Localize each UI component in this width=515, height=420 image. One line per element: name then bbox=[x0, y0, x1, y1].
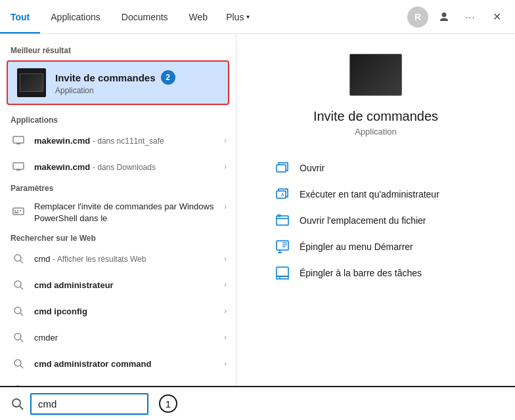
tab-applications[interactable]: Applications bbox=[40, 0, 111, 33]
list-item[interactable]: cmder › bbox=[0, 324, 236, 350]
chevron-right-icon: › bbox=[224, 136, 227, 145]
badge-1: 1 bbox=[159, 394, 177, 413]
list-item[interactable]: cmdp › bbox=[0, 377, 236, 386]
svg-rect-5 bbox=[14, 210, 16, 211]
cmd-thumbnail bbox=[20, 74, 43, 92]
svg-rect-32 bbox=[277, 267, 288, 276]
svg-rect-0 bbox=[13, 136, 24, 143]
chevron-right-icon: › bbox=[224, 306, 227, 316]
chevron-right-icon: › bbox=[224, 385, 227, 386]
web-item-6-text: cmdp bbox=[34, 385, 221, 386]
web-section-label: Rechercher sur le Web bbox=[0, 230, 236, 245]
person-icon-btn[interactable] bbox=[434, 7, 455, 28]
chevron-right-icon: › bbox=[224, 359, 227, 368]
svg-rect-6 bbox=[17, 210, 18, 211]
ouvrir-icon bbox=[275, 160, 290, 176]
search-icon-svg bbox=[13, 306, 24, 316]
main-content: Meilleur résultat Invite de commandes 2 … bbox=[0, 34, 515, 386]
keyboard-icon bbox=[12, 205, 24, 217]
svg-point-17 bbox=[14, 360, 21, 366]
nav-right: R ··· ✕ bbox=[407, 0, 515, 33]
app-item-2-text: makewin.cmd - dans Downloads bbox=[34, 162, 221, 172]
web-item-4-text: cmder bbox=[34, 333, 221, 343]
tab-web-label: Web bbox=[189, 12, 208, 22]
more-dots-icon: ··· bbox=[466, 12, 476, 22]
avatar[interactable]: R bbox=[407, 7, 428, 28]
app-item-1-text: makewin.cmd - dans nc111nt_safe bbox=[34, 136, 221, 146]
ouvrir-emplacement-icon bbox=[275, 213, 290, 228]
monitor-icon bbox=[12, 162, 24, 171]
search-bar: 1 bbox=[0, 386, 515, 420]
param-item-text: Remplacer l'invite de commandes par Wind… bbox=[34, 201, 221, 224]
svg-line-12 bbox=[20, 287, 23, 289]
settings-icon bbox=[9, 202, 28, 220]
epingler-barre-icon bbox=[275, 265, 290, 281]
search-bar-icon bbox=[11, 397, 24, 410]
action-ouvrir[interactable]: Ouvrir bbox=[271, 155, 481, 181]
apps-section-label: Applications bbox=[0, 112, 236, 127]
exec-admin-icon: A bbox=[275, 186, 290, 202]
svg-rect-3 bbox=[16, 169, 20, 171]
tab-plus[interactable]: Plus ▾ bbox=[218, 0, 258, 33]
list-item[interactable]: makewin.cmd - dans Downloads › bbox=[0, 154, 236, 180]
epingler-menu-icon bbox=[275, 239, 290, 255]
list-item[interactable]: cmd ipconfig › bbox=[0, 298, 236, 324]
list-item[interactable]: cmd administrator command › bbox=[0, 350, 236, 377]
tab-plus-label: Plus bbox=[226, 12, 244, 22]
list-item[interactable]: Remplacer l'invite de commandes par Wind… bbox=[0, 196, 236, 230]
right-panel: Invite de commandes Application Ouvrir bbox=[236, 34, 515, 386]
svg-text:A: A bbox=[281, 192, 284, 197]
svg-point-15 bbox=[14, 333, 21, 340]
svg-line-18 bbox=[20, 366, 23, 368]
action-ouvrir-emplacement[interactable]: Ouvrir l'emplacement du fichier bbox=[271, 207, 481, 234]
svg-rect-33 bbox=[277, 276, 288, 279]
app-icon-2 bbox=[9, 158, 28, 176]
svg-rect-24 bbox=[277, 216, 288, 225]
web-item-5-text: cmd administrator command bbox=[34, 359, 221, 369]
list-item[interactable]: makewin.cmd - dans nc111nt_safe › bbox=[0, 127, 236, 154]
svg-rect-8 bbox=[14, 212, 18, 213]
epingler-barre-label: Épingler à la barre des tâches bbox=[300, 268, 422, 278]
svg-point-9 bbox=[14, 255, 21, 261]
right-app-icon bbox=[349, 54, 402, 96]
action-epingler-barre[interactable]: Épingler à la barre des tâches bbox=[271, 260, 481, 286]
right-app-sub: Application bbox=[355, 127, 397, 136]
close-button[interactable]: ✕ bbox=[486, 7, 507, 28]
chevron-right-icon: › bbox=[224, 162, 227, 171]
chevron-right-icon: › bbox=[224, 333, 227, 342]
tab-documents[interactable]: Documents bbox=[111, 0, 179, 33]
search-icon bbox=[9, 249, 28, 268]
search-input[interactable] bbox=[30, 393, 148, 415]
svg-line-16 bbox=[20, 339, 23, 342]
search-icon-svg bbox=[13, 332, 24, 343]
search-icon-svg bbox=[13, 280, 24, 290]
chevron-right-icon: › bbox=[224, 202, 227, 211]
top-nav: Tout Applications Documents Web Plus ▾ R… bbox=[0, 0, 515, 34]
search-icon bbox=[9, 276, 28, 294]
epingler-menu-label: Épingler au menu Démarrer bbox=[300, 242, 413, 252]
badge-2: 2 bbox=[161, 70, 175, 85]
search-icon bbox=[9, 328, 28, 346]
search-icon bbox=[9, 354, 28, 373]
svg-rect-21 bbox=[277, 165, 286, 172]
svg-point-13 bbox=[14, 307, 21, 314]
tab-tout-label: Tout bbox=[11, 12, 30, 22]
ouvrir-label: Ouvrir bbox=[300, 163, 325, 173]
more-icon-btn[interactable]: ··· bbox=[460, 7, 481, 28]
close-icon: ✕ bbox=[493, 10, 501, 23]
list-item[interactable]: cmd - Afficher les résultats Web › bbox=[0, 245, 236, 272]
action-epingler-menu[interactable]: Épingler au menu Démarrer bbox=[271, 234, 481, 260]
action-exec-admin[interactable]: A Exécuter en tant qu'administrateur bbox=[271, 181, 481, 207]
tab-web[interactable]: Web bbox=[179, 0, 219, 33]
person-icon bbox=[438, 11, 450, 23]
search-icon bbox=[9, 302, 28, 320]
search-icon bbox=[9, 381, 28, 386]
chevron-right-icon: › bbox=[224, 280, 227, 289]
list-item[interactable]: cmd administrateur › bbox=[0, 272, 236, 298]
svg-point-35 bbox=[12, 399, 20, 407]
best-result-item[interactable]: Invite de commandes 2 Application bbox=[7, 60, 229, 105]
tab-applications-label: Applications bbox=[51, 12, 101, 22]
search-icon-svg bbox=[13, 253, 24, 264]
tab-tout[interactable]: Tout bbox=[0, 0, 40, 33]
left-panel: Meilleur résultat Invite de commandes 2 … bbox=[0, 34, 236, 386]
